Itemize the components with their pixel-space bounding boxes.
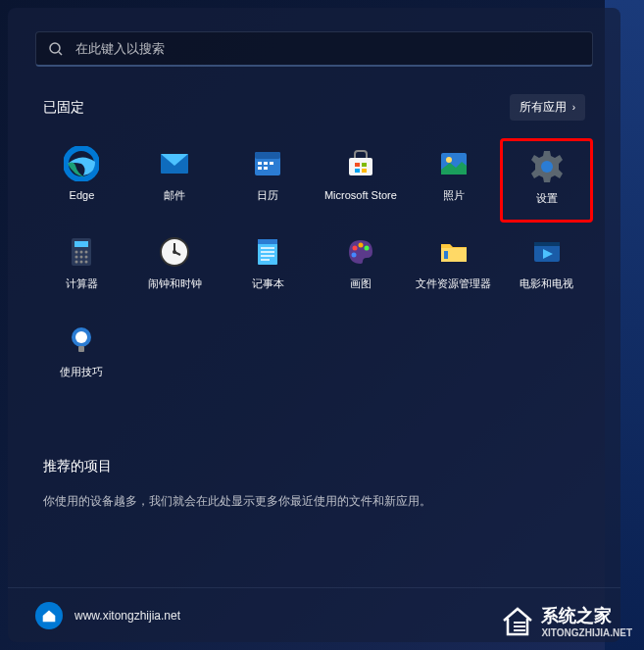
watermark-text: 系统之家 — [541, 606, 612, 625]
clock-icon — [157, 234, 192, 270]
svg-point-24 — [75, 256, 78, 259]
app-store[interactable]: Microsoft Store — [315, 138, 408, 223]
svg-point-26 — [85, 256, 88, 259]
mail-icon — [157, 146, 192, 181]
app-photos[interactable]: 照片 — [407, 138, 500, 223]
svg-rect-20 — [74, 241, 88, 247]
app-clock[interactable]: 闹钟和时钟 — [128, 226, 222, 311]
svg-rect-12 — [355, 163, 360, 167]
app-label: 使用技巧 — [60, 366, 103, 378]
svg-point-23 — [85, 251, 88, 254]
svg-point-18 — [541, 161, 553, 173]
watermark: 系统之家 XITONGZHIJIA.NET — [500, 603, 632, 638]
app-label: 照片 — [443, 189, 465, 202]
svg-point-25 — [80, 256, 83, 259]
svg-point-40 — [352, 246, 357, 251]
svg-line-1 — [59, 52, 62, 55]
photos-icon — [436, 146, 471, 181]
footer-url: www.xitongzhijia.net — [74, 609, 180, 623]
svg-point-0 — [50, 43, 60, 53]
app-label: 闹钟和时钟 — [148, 277, 202, 290]
chevron-right-icon: › — [572, 102, 575, 113]
svg-point-29 — [85, 261, 88, 264]
svg-rect-45 — [444, 251, 448, 259]
app-movies[interactable]: 电影和电视 — [500, 226, 593, 311]
svg-point-21 — [75, 251, 78, 254]
calendar-icon — [250, 146, 285, 181]
app-label: Microsoft Store — [324, 189, 397, 202]
watermark-house-icon — [500, 603, 535, 638]
app-calendar[interactable]: 日历 — [222, 138, 315, 223]
all-apps-button[interactable]: 所有应用 › — [510, 94, 585, 121]
all-apps-label: 所有应用 — [520, 99, 567, 116]
app-label: 日历 — [257, 189, 278, 202]
explorer-icon — [436, 234, 471, 270]
notepad-icon — [250, 234, 285, 270]
app-label: 电影和电视 — [520, 277, 573, 290]
tips-icon — [64, 323, 99, 358]
svg-point-22 — [80, 251, 83, 254]
app-settings[interactable]: 设置 — [500, 138, 593, 223]
svg-rect-50 — [78, 346, 84, 352]
svg-rect-11 — [349, 158, 372, 175]
svg-rect-6 — [258, 162, 262, 165]
movies-icon — [529, 234, 565, 270]
settings-icon — [529, 149, 565, 184]
svg-rect-10 — [264, 167, 268, 170]
app-label: 邮件 — [164, 189, 185, 202]
recommended-title: 推荐的项目 — [43, 458, 112, 475]
watermark-subtext: XITONGZHIJIA.NET — [541, 627, 632, 638]
search-placeholder: 在此键入以搜索 — [75, 40, 165, 58]
svg-rect-9 — [258, 167, 262, 170]
app-label: Edge — [70, 189, 95, 202]
svg-point-43 — [351, 253, 356, 258]
app-explorer[interactable]: 文件资源管理器 — [407, 226, 500, 311]
footer-logo-icon[interactable] — [35, 602, 63, 629]
app-notepad[interactable]: 记事本 — [222, 226, 315, 311]
svg-point-27 — [75, 261, 78, 264]
app-tips[interactable]: 使用技巧 — [35, 315, 128, 399]
app-label: 画图 — [350, 277, 372, 290]
search-box[interactable]: 在此键入以搜索 — [35, 31, 593, 67]
svg-point-42 — [364, 246, 369, 251]
app-label: 记事本 — [252, 277, 284, 290]
app-label: 文件资源管理器 — [416, 277, 491, 290]
svg-rect-15 — [362, 169, 367, 173]
pinned-apps-grid: Edge 邮件 — [35, 138, 593, 399]
app-label: 设置 — [536, 192, 558, 205]
svg-rect-8 — [270, 162, 273, 165]
svg-rect-5 — [255, 152, 280, 159]
app-calculator[interactable]: 计算器 — [35, 226, 128, 311]
pinned-header: 已固定 所有应用 › — [35, 94, 593, 121]
svg-point-33 — [173, 250, 176, 254]
store-icon — [343, 146, 378, 181]
pinned-title: 已固定 — [43, 99, 84, 117]
svg-point-41 — [358, 243, 363, 248]
app-label: 计算器 — [66, 277, 98, 290]
recommended-section: 推荐的项目 你使用的设备越多，我们就会在此处显示更多你最近使用的文件和新应用。 — [35, 458, 593, 510]
svg-point-49 — [75, 331, 87, 343]
svg-rect-35 — [258, 239, 277, 244]
svg-point-17 — [446, 157, 452, 163]
app-edge[interactable]: Edge — [35, 138, 128, 223]
edge-icon — [64, 146, 99, 181]
start-menu: 在此键入以搜索 已固定 所有应用 › Edge — [8, 8, 620, 642]
app-paint[interactable]: 画图 — [315, 226, 408, 311]
svg-rect-14 — [355, 169, 360, 173]
svg-point-28 — [80, 261, 83, 264]
svg-rect-7 — [264, 162, 268, 165]
paint-icon — [343, 234, 378, 270]
app-mail[interactable]: 邮件 — [128, 138, 222, 223]
calculator-icon — [64, 234, 99, 270]
recommended-empty-text: 你使用的设备越多，我们就会在此处显示更多你最近使用的文件和新应用。 — [35, 493, 593, 510]
svg-rect-47 — [534, 242, 560, 246]
svg-rect-13 — [362, 163, 367, 167]
search-icon — [48, 41, 64, 57]
